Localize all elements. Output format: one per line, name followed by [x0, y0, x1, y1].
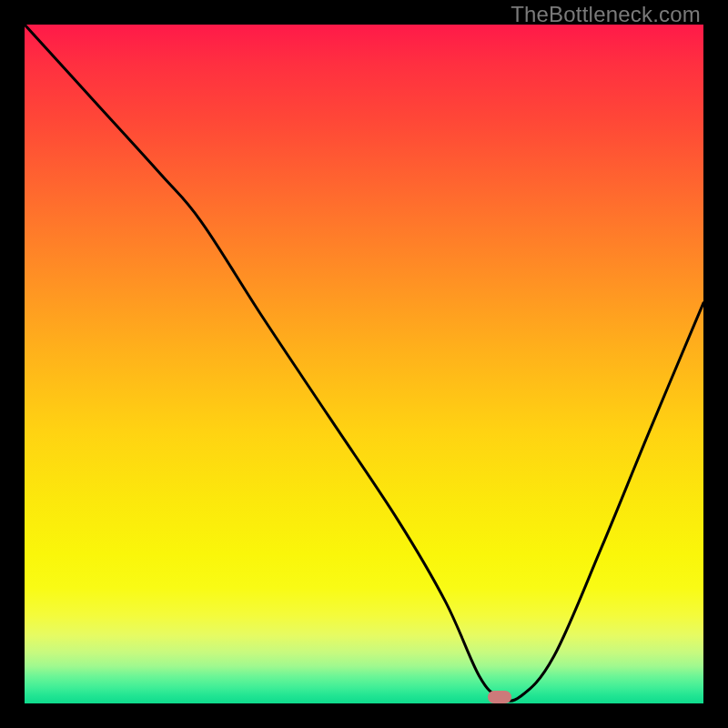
plot-area	[25, 25, 703, 703]
bottleneck-curve	[25, 25, 703, 703]
optimal-point-marker	[488, 691, 511, 703]
chart-frame: TheBottleneck.com	[0, 0, 728, 728]
watermark-text: TheBottleneck.com	[511, 2, 701, 27]
